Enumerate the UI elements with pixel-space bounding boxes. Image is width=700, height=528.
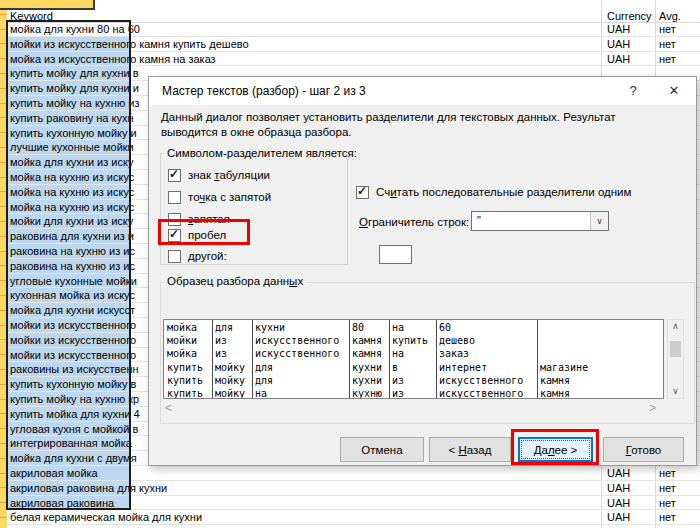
keyword-cell[interactable]: мойка на кухню из искус	[10, 185, 134, 199]
preview-column-separator	[436, 320, 437, 398]
keyword-cell[interactable]: купить мойку для кухни в	[10, 66, 139, 80]
avg-cell[interactable]: нет	[659, 496, 676, 510]
keyword-cell[interactable]: мойка для кухни из иску	[10, 155, 133, 169]
preview-cell: мойка	[167, 347, 197, 360]
preview-cell: для	[255, 374, 273, 387]
scroll-right-icon[interactable]: >	[649, 401, 656, 415]
checkbox[interactable]	[168, 191, 181, 204]
currency-cell[interactable]: UAH	[607, 37, 630, 51]
currency-cell[interactable]: UAH	[607, 22, 630, 36]
keyword-cell[interactable]: раковина на кухню из ис	[10, 259, 135, 273]
keyword-cell[interactable]: мойка для кухни с двумя	[10, 451, 137, 465]
checkbox[interactable]: ✓	[168, 229, 181, 242]
keyword-cell[interactable]: купить мойка для кухни 4	[10, 407, 140, 421]
consecutive-checkbox[interactable]: ✓	[356, 186, 369, 199]
preview-cell: купить	[167, 387, 203, 399]
avg-cell[interactable]: нет	[659, 22, 676, 36]
keyword-cell[interactable]: мойка для кухни искусст	[10, 303, 135, 317]
preview-row: купитьмойкудлякухниизискусственногокамня	[164, 374, 663, 387]
help-icon[interactable]: ?	[621, 77, 645, 105]
sheet-row[interactable]: мойки из искусственного камня купить деш…	[0, 37, 700, 52]
next-button[interactable]: Далее >	[518, 437, 593, 462]
highlighted-column[interactable]	[0, 0, 7, 528]
keyword-cell[interactable]: угловая кухня с мойкой в	[10, 422, 138, 436]
avg-cell[interactable]: нет	[659, 466, 676, 480]
col-header-currency[interactable]: Currency	[607, 10, 652, 22]
sheet-row[interactable]: акриловая раковина для кухниUAHнет	[0, 481, 700, 496]
keyword-cell[interactable]: мойка на кухню из искус	[10, 200, 134, 214]
keyword-cell[interactable]: мойки из искусственного	[10, 333, 136, 347]
keyword-cell[interactable]: лучшие кухонные мойки	[10, 140, 134, 154]
avg-cell[interactable]: нет	[659, 52, 676, 66]
dialog-titlebar[interactable]: Мастер текстов (разбор) - шаг 2 из 3 ? ✕	[149, 77, 696, 105]
keyword-cell[interactable]: купить раковину на кухн	[10, 111, 134, 125]
preview-cell: дешево	[439, 334, 475, 347]
col-header-keyword[interactable]: Keyword	[10, 10, 53, 22]
preview-table[interactable]: мойкадлякухни80на60мойкиизискусственного…	[163, 319, 664, 399]
currency-cell[interactable]: UAH	[607, 52, 630, 66]
delimiter-label: точка с запятой	[188, 190, 271, 205]
keyword-cell[interactable]: купить мойку для кухни и	[10, 81, 139, 95]
finish-button[interactable]: Готово	[603, 437, 684, 462]
sheet-row[interactable]: мойка из искусственного камня на заказUA…	[0, 52, 700, 67]
scroll-thumb[interactable]	[670, 341, 681, 357]
preview-cell: из	[392, 374, 404, 387]
keyword-cell[interactable]: угловые кухонные мойки	[10, 274, 137, 288]
preview-cell: на	[255, 387, 267, 399]
delimiter-label: пробел	[188, 228, 226, 243]
preview-vscrollbar[interactable]: ∧ ∨	[667, 319, 684, 399]
cancel-button[interactable]: Отмена	[340, 437, 424, 462]
keyword-cell[interactable]: мойка для кухни 80 на 60	[10, 22, 140, 36]
sheet-row[interactable]: белая керамическая мойка для кухниUAHнет	[0, 510, 700, 525]
currency-cell[interactable]: UAH	[607, 496, 630, 510]
scroll-down-icon[interactable]: ∨	[668, 385, 683, 398]
preview-column-separator	[212, 320, 213, 398]
keyword-cell[interactable]: мойка из искусственного камня на заказ	[10, 52, 216, 66]
keyword-cell[interactable]: мойки из искусственного	[10, 348, 136, 362]
sheet-row[interactable]: мойка для кухни 80 на 60UAHнет	[0, 22, 700, 37]
back-button[interactable]: < Назад	[429, 437, 511, 462]
checkbox[interactable]	[168, 213, 181, 226]
close-icon[interactable]: ✕	[661, 77, 687, 105]
keyword-cell[interactable]: акриловая раковина	[10, 496, 114, 510]
keyword-cell[interactable]: купить мойку на кухню кр	[10, 392, 139, 406]
avg-cell[interactable]: нет	[659, 510, 676, 524]
preview-cell: купить	[167, 361, 203, 374]
keyword-cell[interactable]: интегрированная мойка	[10, 436, 132, 450]
currency-cell[interactable]: UAH	[607, 510, 630, 524]
avg-cell[interactable]: нет	[659, 481, 676, 495]
keyword-cell[interactable]: белая керамическая мойка для кухни	[10, 510, 202, 524]
preview-row: купитьмойкудлякухнивинтернетмагазине	[164, 361, 663, 374]
checkbox[interactable]	[168, 250, 181, 263]
scroll-up-icon[interactable]: ∧	[668, 320, 683, 333]
keyword-cell[interactable]: мойки из искусственного камня купить деш…	[10, 37, 249, 51]
preview-cell: 80	[352, 321, 364, 334]
keyword-cell[interactable]: мойка на кухню из искус	[10, 170, 134, 184]
chevron-down-icon[interactable]: ∨	[590, 212, 608, 230]
currency-cell[interactable]: UAH	[607, 481, 630, 495]
keyword-cell[interactable]: купить мойку на кухню из	[10, 96, 139, 110]
keyword-cell[interactable]: раковина на кухню из ис	[10, 244, 135, 258]
keyword-cell[interactable]: акриловая мойка	[10, 466, 98, 480]
checkbox[interactable]: ✓	[168, 169, 181, 182]
avg-cell[interactable]: нет	[659, 37, 676, 51]
sheet-row[interactable]: акриловая мойкаUAHнет	[0, 466, 700, 481]
scroll-left-icon[interactable]: <	[165, 401, 172, 415]
col-header-avg[interactable]: Avg.	[659, 10, 681, 22]
highlighted-cell[interactable]	[0, 0, 95, 10]
keyword-cell[interactable]: мойки из искусственного	[10, 318, 136, 332]
keyword-cell[interactable]: кухонная мойка из искус	[10, 288, 135, 302]
keyword-cell[interactable]: купить кухонную мойку и	[10, 126, 137, 140]
keyword-cell[interactable]: раковины из искусственн	[10, 362, 139, 376]
qualifier-combobox[interactable]: " ∨	[471, 211, 609, 231]
other-delimiter-input[interactable]	[379, 245, 412, 264]
keyword-cell[interactable]: раковина для кухни из и	[10, 229, 134, 243]
keyword-cell[interactable]: акриловая раковина для кухни	[10, 481, 167, 495]
currency-cell[interactable]: UAH	[607, 466, 630, 480]
keyword-cell[interactable]: купить кухонную мойку в	[10, 377, 136, 391]
check-icon: ✓	[169, 167, 179, 182]
keyword-cell[interactable]: мойки для кухни из иску	[10, 214, 133, 228]
sheet-row[interactable]: акриловая раковинаUAHнет	[0, 496, 700, 511]
preview-cell: кухни	[352, 374, 382, 387]
preview-cell: искусственного	[439, 387, 523, 399]
